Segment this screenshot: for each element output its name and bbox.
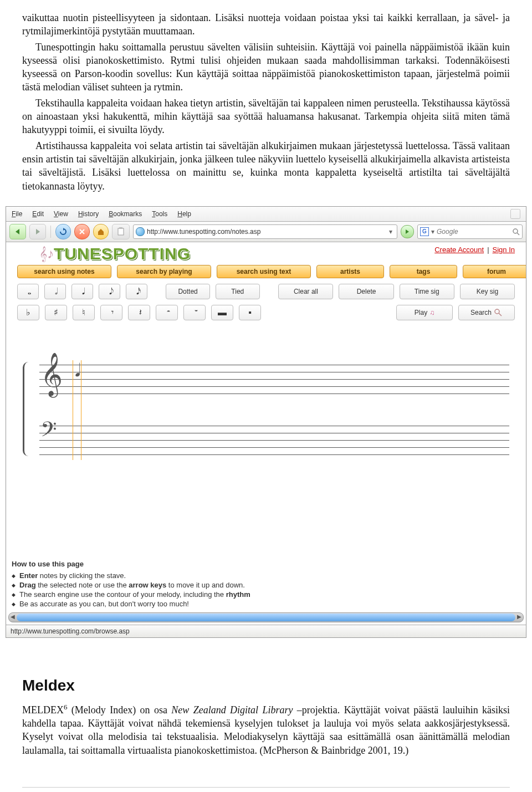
treble-staff[interactable] xyxy=(39,365,509,401)
scroll-left-icon[interactable]: ◀ xyxy=(9,613,17,621)
section-heading: Meldex xyxy=(22,677,510,694)
main-tabs: search using notes search by playing sea… xyxy=(6,265,526,278)
note-toolbar-2: ♭ ♯ ♮ 𝄾 𝄽 𝄼 𝄻 ▬ ▪ Play♫ Search xyxy=(6,299,526,320)
separator xyxy=(50,226,51,238)
throbber-icon xyxy=(510,209,520,219)
search-button[interactable]: Search xyxy=(458,305,515,320)
page-footer: Intervalli 2 | 2007 Sivu 17 xyxy=(22,787,510,792)
search-icon[interactable] xyxy=(512,228,520,236)
magnifier-icon xyxy=(494,308,503,317)
delete-button[interactable]: Delete xyxy=(339,284,393,299)
scroll-thumb[interactable] xyxy=(17,614,515,621)
menu-tools[interactable]: Tools xyxy=(152,210,167,218)
svg-line-5 xyxy=(499,313,502,316)
menu-edit[interactable]: Edit xyxy=(32,210,44,218)
svg-rect-0 xyxy=(118,228,124,235)
menu-help[interactable]: Help xyxy=(177,210,191,218)
howto-panel: How to use this page Enter notes by clic… xyxy=(12,560,520,609)
reload-button[interactable] xyxy=(55,224,71,239)
scroll-right-icon[interactable]: ▶ xyxy=(515,613,523,621)
paragraph: Artistihaussa kappaleita voi selata arti… xyxy=(22,139,510,193)
sign-in-link[interactable]: Sign In xyxy=(493,246,515,254)
tab-search-text[interactable]: search using text xyxy=(217,265,311,278)
bass-clef-icon: 𝄢 xyxy=(40,417,57,447)
dotted-button[interactable]: Dotted xyxy=(166,284,210,299)
document-body: vaikuttaa nuotin pisteellisyyteen ja sid… xyxy=(0,0,532,201)
whole-note-tool[interactable]: 𝅝 xyxy=(17,284,39,299)
tab-search-notes[interactable]: search using notes xyxy=(17,265,111,278)
sharp-tool[interactable]: ♯ xyxy=(45,305,67,320)
svg-point-2 xyxy=(513,229,518,233)
paragraph: MELDEX6 (Melody Index) on osa New Zealan… xyxy=(22,702,510,757)
page-content: 𝄞♪ TUNESPOTTING Create Account | Sign In… xyxy=(6,242,526,625)
howto-item: The search engine use the contour of you… xyxy=(12,590,520,599)
go-button[interactable] xyxy=(401,225,414,238)
paragraph: Tekstihaulla kappaleita voidaan hakea ti… xyxy=(22,96,510,137)
rest-tool-2[interactable]: 𝄽 xyxy=(128,305,150,320)
menu-file[interactable]: File xyxy=(12,210,22,218)
bass-staff[interactable] xyxy=(39,426,509,462)
howto-title: How to use this page xyxy=(12,560,520,568)
forward-button[interactable] xyxy=(29,224,46,239)
stop-button[interactable] xyxy=(74,224,90,239)
menu-history[interactable]: History xyxy=(78,210,99,218)
howto-item: Drag the selected note or use the arrow … xyxy=(12,581,520,589)
url-dropdown-icon[interactable]: ▾ xyxy=(387,228,395,236)
clear-all-button[interactable]: Clear all xyxy=(278,284,333,299)
tab-forum[interactable]: forum xyxy=(463,265,526,278)
rest-tool-5[interactable]: ▬ xyxy=(211,305,233,320)
eighth-note-tool[interactable]: 𝅘𝅥𝅮 xyxy=(99,284,120,299)
svg-line-3 xyxy=(517,233,519,235)
rest-tool-1[interactable]: 𝄾 xyxy=(100,305,122,320)
tied-button[interactable]: Tied xyxy=(216,284,260,299)
paragraph: vaikuttaa nuotin pisteellisyyteen ja sid… xyxy=(22,11,510,38)
time-sig-button[interactable]: Time sig xyxy=(400,284,454,299)
horizontal-scrollbar[interactable]: ◀ ▶ xyxy=(8,612,524,622)
svg-rect-1 xyxy=(119,227,122,229)
tab-search-playing[interactable]: search by playing xyxy=(117,265,211,278)
note-toolbar-1: 𝅝 𝅗𝅥 𝅘𝅥 𝅘𝅥𝅮 𝅘𝅥𝅯 Dotted Tied Clear all De… xyxy=(6,278,526,299)
home-button[interactable] xyxy=(93,224,109,239)
status-bar: http://www.tunespotting.com/browse.asp xyxy=(6,625,526,637)
play-button[interactable]: Play♫ xyxy=(396,305,453,320)
address-bar[interactable]: http://www.tunespotting.com/notes.asp ▾ xyxy=(133,224,397,239)
sixteenth-note-tool[interactable]: 𝅘𝅥𝅯 xyxy=(126,284,147,299)
globe-icon xyxy=(136,227,145,236)
key-sig-button[interactable]: Key sig xyxy=(460,284,515,299)
howto-item: Be as accurate as you can, but don't wor… xyxy=(12,600,520,608)
rest-tool-4[interactable]: 𝄻 xyxy=(183,305,206,320)
music-note-icon: ♫ xyxy=(429,309,434,316)
browser-window: File Edit View History Bookmarks Tools H… xyxy=(6,206,526,638)
menu-bookmarks[interactable]: Bookmarks xyxy=(109,210,142,218)
natural-tool[interactable]: ♮ xyxy=(73,305,95,320)
back-button[interactable] xyxy=(9,224,26,239)
status-text: http://www.tunespotting.com/browse.asp xyxy=(11,627,130,635)
note-cursor[interactable] xyxy=(73,360,81,460)
url-text: http://www.tunespotting.com/notes.asp xyxy=(147,228,385,236)
rest-tool-3[interactable]: 𝄼 xyxy=(156,305,178,320)
tab-artists[interactable]: artists xyxy=(316,265,384,278)
flat-tool[interactable]: ♭ xyxy=(17,305,39,320)
tab-tags[interactable]: tags xyxy=(390,265,457,278)
document-body-2: Meldex MELDEX6 (Melody Index) on osa New… xyxy=(0,649,532,765)
music-stave[interactable]: 𝄞 𝄢 𝅘𝅥 xyxy=(17,348,515,476)
site-logo[interactable]: 𝄞♪ TUNESPOTTING xyxy=(39,246,191,262)
svg-point-4 xyxy=(495,309,499,314)
search-placeholder: Google xyxy=(437,228,458,236)
google-icon: G xyxy=(420,227,429,236)
quarter-note-tool[interactable]: 𝅘𝅥 xyxy=(71,284,93,299)
menu-bar: File Edit View History Bookmarks Tools H… xyxy=(6,207,526,222)
treble-clef-icon: 𝄞 xyxy=(40,352,63,397)
half-note-tool[interactable]: 𝅗𝅥 xyxy=(44,284,66,299)
howto-item: Enter notes by clicking the stave. xyxy=(12,571,520,580)
create-account-link[interactable]: Create Account xyxy=(434,246,484,254)
clipboard-button[interactable] xyxy=(112,224,130,239)
menu-view[interactable]: View xyxy=(54,210,68,218)
search-bar[interactable]: G ▾ Google xyxy=(417,224,523,239)
rest-tool-6[interactable]: ▪ xyxy=(239,305,261,320)
paragraph: Tunespottingin haku soittamalla perustuu… xyxy=(22,40,510,94)
nav-toolbar: http://www.tunespotting.com/notes.asp ▾ … xyxy=(6,222,526,242)
grand-staff-brace xyxy=(23,362,35,456)
